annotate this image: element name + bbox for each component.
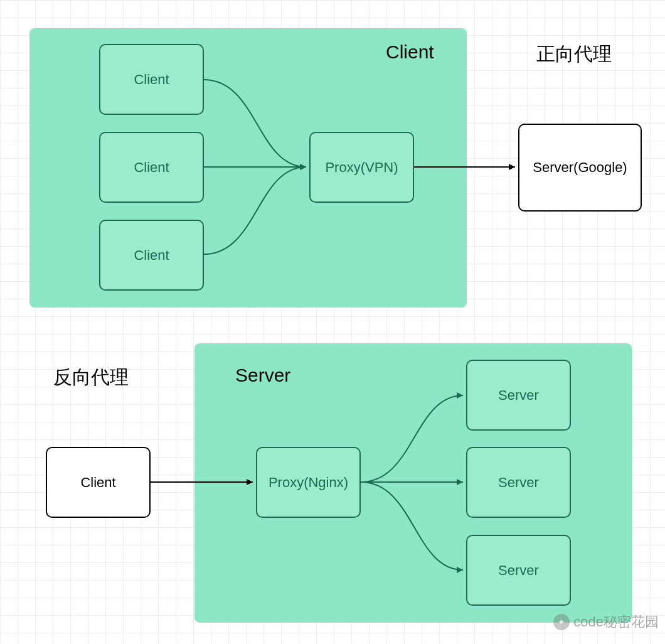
node-label: Server (498, 387, 539, 404)
forward-client-2: Client (99, 132, 204, 203)
wechat-icon: ✦ (553, 614, 570, 630)
node-label: Proxy(VPN) (325, 159, 398, 176)
node-label: Server (498, 562, 539, 579)
forward-server-node: Server(Google) (518, 124, 642, 212)
node-label: Client (134, 247, 169, 264)
reverse-proxy-title: 反向代理 (53, 365, 129, 390)
forward-client-3: Client (99, 220, 204, 291)
watermark: ✦ code秘密花园 (553, 613, 659, 631)
watermark-text: code秘密花园 (573, 613, 659, 631)
reverse-server-1: Server (466, 360, 571, 431)
forward-zone-label: Client (386, 41, 434, 63)
reverse-server-3: Server (466, 535, 571, 606)
node-label: Client (134, 159, 169, 176)
node-label: Client (134, 72, 169, 88)
node-label: Proxy(Nginx) (269, 475, 348, 491)
reverse-proxy-node: Proxy(Nginx) (256, 447, 361, 518)
reverse-client-node: Client (46, 447, 151, 518)
reverse-server-2: Server (466, 447, 571, 518)
forward-proxy-node: Proxy(VPN) (309, 132, 414, 203)
forward-client-1: Client (99, 44, 204, 115)
node-label: Client (80, 475, 115, 491)
node-label: Server(Google) (533, 159, 627, 176)
forward-proxy-title: 正向代理 (536, 41, 612, 67)
node-label: Server (498, 475, 539, 491)
reverse-zone-label: Server (235, 365, 290, 386)
